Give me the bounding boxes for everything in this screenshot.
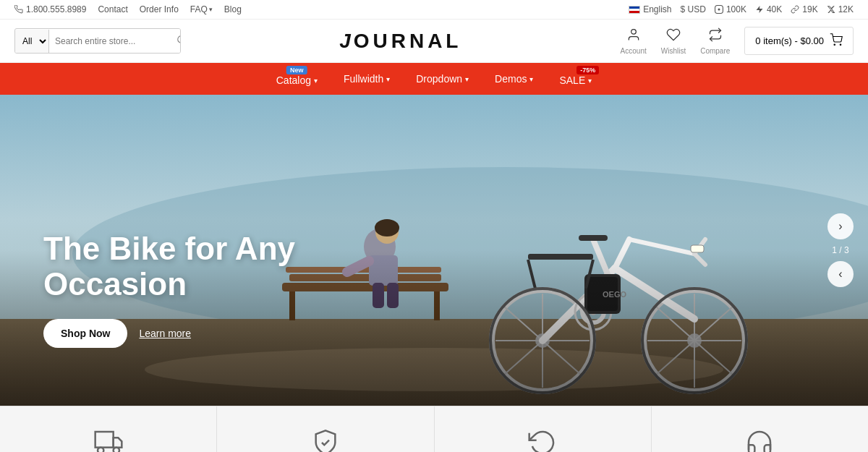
bolt-social-link[interactable]: 40K [755,4,782,14]
slider-next-button[interactable]: › [827,213,854,239]
compare-label: Compare [700,47,730,55]
flag-icon [629,6,640,14]
hero-content: The Bike for Any Occasion Shop Now Learn… [43,231,405,348]
sale-badge: -75% [576,66,599,74]
slider-prev-button[interactable]: ‹ [827,261,854,287]
phone-text: 1.800.555.8989 [26,4,86,14]
compare-button[interactable]: Compare [700,27,730,55]
x-icon [827,5,835,14]
catalog-chevron-icon: ▾ [314,77,318,85]
support-icon [745,428,774,452]
feature-verified [217,406,434,452]
svg-marker-56 [113,438,122,447]
currency-selector[interactable]: $ USD [681,4,706,14]
top-bar-right: English $ USD 100K 40K 19K 12K [629,4,854,14]
nav-item-fullwidth[interactable]: Fullwidth ▾ [331,64,403,93]
new-badge: New [286,66,307,74]
feature-shipping [0,406,217,452]
nav-item-sale[interactable]: -75% SALE ▾ [546,63,605,95]
sale-chevron-icon: ▾ [588,77,592,85]
navigation: New Catalog ▾ Fullwidth ▾ Dropdown ▾ Dem… [0,63,868,95]
shop-now-button[interactable]: Shop Now [43,319,127,348]
svg-point-57 [98,448,103,452]
shipping-icon [94,428,123,452]
nav-item-dropdown[interactable]: Dropdown ▾ [403,64,482,93]
nav-items: New Catalog ▾ Fullwidth ▾ Dropdown ▾ Dem… [263,63,605,95]
nav-item-demos[interactable]: Demos ▾ [482,64,546,93]
top-bar-left: 1.800.555.8989 Contact Order Info FAQ ▾ … [14,4,242,14]
x-social-link[interactable]: 12K [827,4,854,14]
account-button[interactable]: Account [621,27,647,55]
site-logo[interactable]: jOURNAL [339,30,461,53]
slider-navigation: › 1 / 3 ‹ [827,213,854,287]
dropdown-label: Dropdown [416,73,462,85]
cart-label: 0 item(s) - $0.00 [755,35,824,46]
cart-button[interactable]: 0 item(s) - $0.00 [744,27,854,55]
svg-rect-55 [95,432,113,448]
svg-point-3 [631,29,636,34]
svg-point-1 [178,36,181,43]
learn-more-button[interactable]: Learn more [139,328,191,339]
compare-icon [708,27,723,46]
account-label: Account [621,47,647,55]
order-info-link[interactable]: Order Info [140,4,179,14]
faq-link[interactable]: FAQ ▾ [190,4,213,14]
phone-number[interactable]: 1.800.555.8989 [14,4,86,14]
fullwidth-chevron-icon: ▾ [386,75,390,83]
svg-point-0 [718,9,720,11]
cart-icon [830,33,843,48]
link-social-link[interactable]: 19K [791,4,817,14]
wishlist-button[interactable]: Wishlist [661,27,686,55]
search-icon [176,35,181,45]
header: All jOURNAL Account Wishlist Compare [0,20,868,63]
bolt-icon [755,5,764,14]
svg-point-5 [840,44,841,46]
demos-label: Demos [495,73,527,85]
search-input[interactable] [49,30,169,52]
feature-returns [435,406,652,452]
search-box: All [14,28,181,54]
search-category-select[interactable]: All [15,30,49,53]
phone-icon [14,5,23,14]
nav-item-catalog[interactable]: New Catalog ▾ [263,63,331,95]
wishlist-label: Wishlist [661,47,686,55]
catalog-label: Catalog [276,74,311,86]
verified-icon [311,428,340,452]
svg-point-4 [834,44,835,46]
blog-link[interactable]: Blog [224,4,242,14]
hero-section: OEGO The Bike for Any Occasion Shop Now … [0,95,868,406]
slider-counter: 1 / 3 [832,242,848,258]
faq-chevron-icon: ▾ [209,6,213,13]
instagram-link[interactable]: 100K [715,4,746,14]
instagram-icon [715,5,723,14]
sale-label: SALE [559,74,585,86]
fullwidth-label: Fullwidth [344,73,383,85]
feature-bar [0,406,868,452]
dropdown-chevron-icon: ▾ [465,75,469,83]
svg-point-58 [113,448,119,452]
account-icon [626,27,641,46]
hero-title: The Bike for Any Occasion [43,231,405,302]
top-bar: 1.800.555.8989 Contact Order Info FAQ ▾ … [0,0,868,20]
search-button[interactable] [169,29,181,53]
contact-link[interactable]: Contact [98,4,127,14]
hero-buttons: Shop Now Learn more [43,319,405,348]
logo-text: OURNAL [354,30,462,52]
demos-chevron-icon: ▾ [529,75,533,83]
wishlist-icon [666,27,681,46]
link-icon [791,5,799,14]
returns-icon [528,428,557,452]
language-selector[interactable]: English [629,4,671,14]
header-actions: Account Wishlist Compare 0 item(s) - $0.… [621,27,854,55]
feature-support [652,406,868,452]
